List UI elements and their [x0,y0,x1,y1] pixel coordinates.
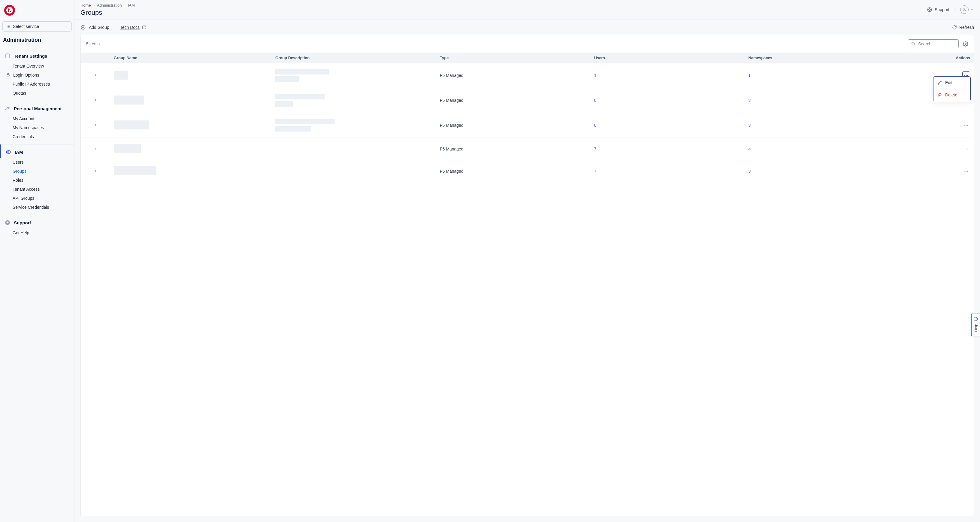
service-selector[interactable]: Select service [2,21,72,32]
sidebar-item-label: Roles [13,178,24,183]
col-group-name: Group Name [110,53,272,63]
section-title: Tenant Settings [14,54,47,59]
refresh-button[interactable]: Refresh [952,25,974,30]
menu-edit-label: Edit [945,80,952,85]
row-expander[interactable] [81,88,110,113]
sidebar-item-users[interactable]: Users [0,158,74,167]
add-group-button[interactable]: Add Group [81,25,109,30]
svg-point-27 [8,151,9,153]
pencil-icon [938,81,942,85]
row-actions-button[interactable] [962,121,970,129]
breadcrumb-iam: IAM [128,3,135,8]
sidebar-item-my-account[interactable]: My Account [0,114,74,123]
svg-rect-12 [6,54,9,58]
sidebar-item-get-help[interactable]: Get Help [0,228,74,237]
grid-icon [6,24,11,29]
sidebar-item-credentials[interactable]: Credentials [0,132,74,141]
svg-point-4 [8,25,9,25]
svg-line-49 [914,45,915,46]
help-label: Help [974,324,978,332]
logo[interactable]: f5 [0,0,74,19]
cell-users[interactable]: 0 [590,113,745,138]
search-input[interactable] [918,41,955,46]
svg-point-63 [964,170,965,171]
svg-rect-19 [7,75,9,76]
sidebar-item-roles[interactable]: Roles [0,176,74,185]
svg-point-8 [9,26,10,27]
menu-delete[interactable]: Delete [934,89,970,101]
cell-actions [921,113,974,138]
breadcrumb-home[interactable]: Home [81,3,91,8]
section-title: Support [14,220,31,225]
svg-point-33 [6,222,8,223]
cell-users[interactable]: 7 [590,138,745,160]
lock-icon [6,73,11,78]
section-title: Personal Management [14,106,62,111]
row-expander[interactable] [81,160,110,182]
svg-point-57 [964,125,965,126]
section-header-iam[interactable]: IAM [0,145,74,158]
sidebar-item-label: Quotas [13,91,26,95]
row-actions-button[interactable] [962,167,970,175]
cell-namespaces[interactable]: 3 [745,113,921,138]
sidebar-item-my-namespaces[interactable]: My Namespaces [0,123,74,132]
sidebar-item-public-ip-addresses[interactable]: Public IP Addresses [0,80,74,89]
cell-actions [921,138,974,160]
sidebar-item-api-groups[interactable]: API Groups [0,194,74,203]
cell-group-name [110,160,272,182]
cell-users[interactable]: 0 [590,88,745,113]
cell-type: F5 Managed [436,138,590,160]
page-title: Groups [81,8,135,16]
row-expander[interactable] [81,113,110,138]
svg-line-37 [8,221,9,222]
sidebar-item-service-credentials[interactable]: Service Credentials [0,203,74,212]
svg-point-67 [975,320,976,320]
sidebar-item-label: API Groups [13,196,34,201]
groups-table-card: 5 items [81,35,974,516]
section-header-support[interactable]: Support [0,215,74,228]
svg-point-21 [8,108,9,108]
sidebar-item-label: Users [13,160,24,165]
groups-table: Group Name Group Description Type Users … [81,53,974,182]
tech-docs-link[interactable]: Tech Docs [120,25,146,30]
svg-point-62 [967,148,968,149]
svg-point-6 [6,26,7,27]
section-header-personal-management[interactable]: Personal Management [0,101,74,114]
account-menu[interactable] [960,5,974,14]
cell-namespaces[interactable]: 1 [745,63,921,88]
menu-edit[interactable]: Edit [934,76,970,89]
cell-users[interactable]: 1 [590,63,745,88]
chevron-down-icon [970,8,974,11]
sidebar-item-tenant-overview[interactable]: Tenant Overview [0,62,74,71]
help-tab[interactable]: Help [971,313,980,336]
chevron-right-icon: › [124,3,125,8]
cell-namespaces[interactable]: 3 [745,88,921,113]
svg-point-60 [964,148,965,149]
sidebar-item-label: Tenant Access [13,187,40,192]
sidebar-item-label: My Account [13,116,34,121]
row-expander[interactable] [81,63,110,88]
menu-delete-label: Delete [945,92,957,97]
help-icon [974,317,978,321]
svg-point-11 [9,27,10,28]
table-row: F5 Managed73 [81,160,974,182]
row-expander[interactable] [81,138,110,160]
cell-users[interactable]: 7 [590,160,745,182]
sidebar-item-label: Credentials [13,134,34,139]
svg-point-9 [6,27,7,28]
table-settings-button[interactable] [963,41,968,46]
sidebar-item-tenant-access[interactable]: Tenant Access [0,185,74,194]
admin-heading: Administration [0,36,74,48]
section-icon [5,220,10,225]
search-box[interactable] [908,39,959,48]
cell-namespaces[interactable]: 4 [745,138,921,160]
svg-point-51 [964,75,965,76]
sidebar-item-login-options[interactable]: Login Options [0,71,74,80]
cell-namespaces[interactable]: 3 [745,160,921,182]
sidebar-item-quotas[interactable]: Quotas [0,89,74,98]
section-icon [6,149,11,155]
section-header-tenant-settings[interactable]: Tenant Settings [0,48,74,62]
row-actions-button[interactable] [962,145,970,153]
support-dropdown[interactable]: Support [927,7,955,12]
sidebar-item-groups[interactable]: Groups [0,167,74,176]
